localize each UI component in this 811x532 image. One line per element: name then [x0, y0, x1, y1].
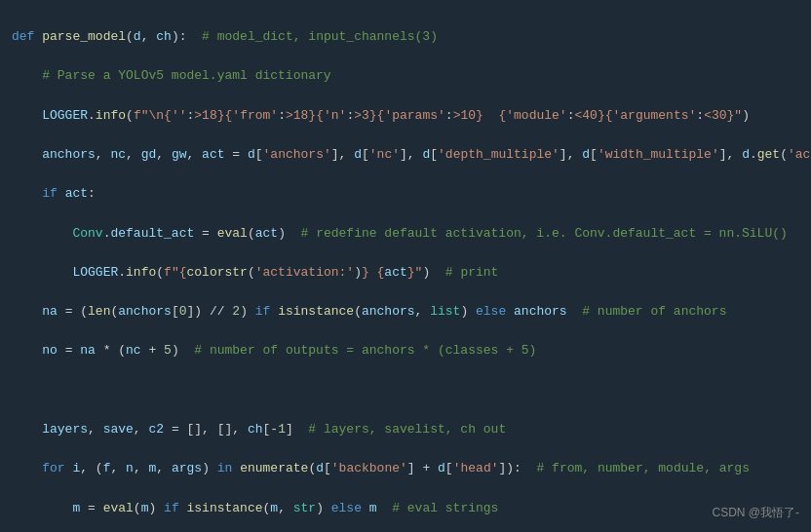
line-2: # Parse a YOLOv5 model.yaml dictionary: [12, 66, 799, 86]
line-13: m = eval(m) if isinstance(m, str) else m…: [12, 499, 799, 518]
line-1: def parse_model(d, ch): # model_dict, in…: [12, 27, 799, 47]
line-5: if act:: [12, 184, 799, 204]
watermark: CSDN @我悟了-: [712, 504, 799, 522]
line-4: anchors, nc, gd, gw, act = d['anchors'],…: [12, 145, 799, 165]
code-editor: def parse_model(d, ch): # model_dict, in…: [0, 0, 811, 532]
line-12: for i, (f, n, m, args) in enumerate(d['b…: [12, 459, 799, 478]
line-10: [12, 381, 799, 400]
line-9: no = na * (nc + 5) # number of outputs =…: [12, 341, 799, 361]
line-6: Conv.default_act = eval(act) # redefine …: [12, 224, 799, 244]
line-8: na = (len(anchors[0]) // 2) if isinstanc…: [12, 302, 799, 322]
line-3: LOGGER.info(f"\n{'':>18}{'from':>18}{'n'…: [12, 106, 799, 126]
line-7: LOGGER.info(f"{colorstr('activation:')} …: [12, 263, 799, 283]
line-11: layers, save, c2 = [], [], ch[-1] # laye…: [12, 420, 799, 439]
